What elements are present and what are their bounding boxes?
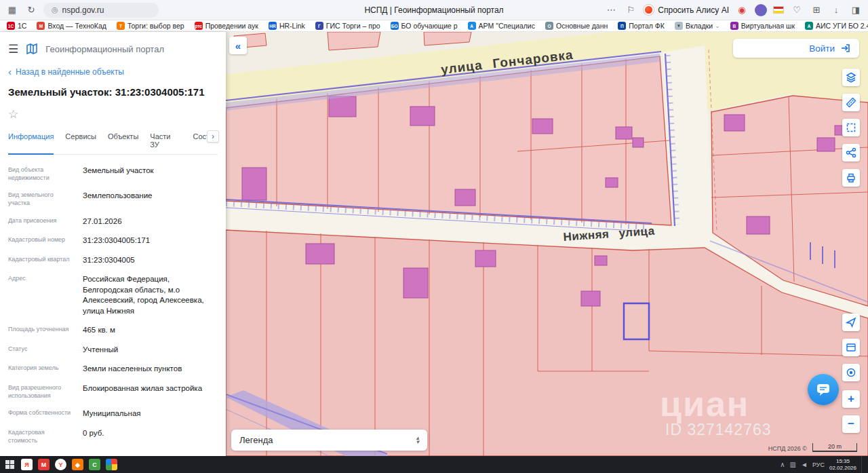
- bookmark-folder[interactable]: ▾Вкладки⌄: [675, 22, 720, 30]
- field-value: 0 руб.: [73, 428, 104, 444]
- ruler-button[interactable]: [842, 94, 860, 111]
- refresh-icon[interactable]: ↻: [24, 5, 38, 15]
- chevron-down-icon: ⌄: [715, 22, 720, 29]
- app-title: Геоинформационный портал: [45, 44, 164, 54]
- bookmark-item[interactable]: ААРМ "Специалис: [468, 22, 535, 30]
- chat-bubble-icon: [815, 381, 831, 398]
- tab-services[interactable]: Сервисы: [65, 132, 96, 149]
- zoom-out-button[interactable]: −: [842, 415, 860, 433]
- tabs-grid-icon[interactable]: ▦: [5, 5, 19, 15]
- favicon: Г: [315, 22, 323, 30]
- map-tools-top: [842, 69, 860, 187]
- layers-button[interactable]: [842, 69, 860, 86]
- favicon: M: [37, 22, 45, 30]
- map-tools-bottom: [842, 314, 860, 381]
- selected-parcel[interactable]: [624, 303, 649, 339]
- address-bar[interactable]: ◎ nspd.gov.ru: [43, 3, 159, 18]
- browser-tab-bar: ▦ ↻ ◎ nspd.gov.ru НСПД | Геоинформационн…: [0, 0, 868, 20]
- page-title: Земельный участок: 31:23:0304005:171: [8, 86, 218, 98]
- favicon: В: [730, 22, 738, 30]
- more-icon[interactable]: ⋯: [604, 5, 618, 15]
- legend-toggle[interactable]: Легенда ▴▾: [231, 430, 427, 451]
- collapse-panel-icon: «: [235, 40, 241, 52]
- field-row: Категория земельЗемли населенных пунктов: [8, 364, 218, 375]
- show-desktop-button[interactable]: [861, 456, 864, 473]
- bookmark-item[interactable]: ртсПроведении аук: [195, 22, 258, 30]
- alice-label: Спросить Алису AI: [658, 5, 729, 15]
- zoom-controls: + −: [842, 390, 860, 433]
- downloads-icon[interactable]: ↓: [829, 5, 843, 15]
- windows-logo-icon: [5, 460, 14, 469]
- bookmark-item[interactable]: БОБО обучающие р: [391, 22, 458, 30]
- collapse-panel-button[interactable]: «: [229, 37, 247, 54]
- favicon: Т: [117, 22, 125, 30]
- taskbar-app-yandex[interactable]: Я: [21, 459, 33, 470]
- taskbar-app-mail[interactable]: М: [38, 459, 50, 470]
- field-label: Дата присвоения: [8, 216, 73, 227]
- sidebar-toggle-icon[interactable]: ◨: [849, 5, 863, 15]
- taskbar-app-orange[interactable]: ◆: [72, 459, 83, 470]
- taskbar-app-grid[interactable]: [106, 459, 117, 470]
- bookmark-item[interactable]: ВВиртуальная шк: [730, 22, 795, 30]
- field-row: Кадастровый квартал31:23:0304005: [8, 255, 218, 266]
- locate-button[interactable]: [842, 314, 860, 331]
- taskbar-app-yandex-browser[interactable]: Y: [55, 459, 66, 470]
- login-button[interactable]: Войти: [733, 39, 859, 58]
- favorite-star-icon[interactable]: ☆: [8, 107, 218, 121]
- chat-button[interactable]: [808, 374, 839, 405]
- print-button[interactable]: [842, 169, 860, 187]
- bookmark-item[interactable]: ГГИС Торги – про: [315, 22, 380, 30]
- notifications-icon[interactable]: ◉: [735, 5, 749, 15]
- alice-icon: [644, 5, 654, 15]
- bookmark-item[interactable]: HRHR-Link: [269, 22, 305, 30]
- favorites-heart-icon[interactable]: ♡: [790, 5, 804, 15]
- object-search-button[interactable]: [842, 364, 860, 381]
- area-select-button[interactable]: [842, 119, 860, 136]
- tray-expand-icon[interactable]: ∧: [780, 461, 785, 468]
- zoom-in-button[interactable]: +: [842, 390, 860, 408]
- bookmark-item[interactable]: 1С1С: [7, 22, 26, 30]
- bookmark-flag-icon[interactable]: ⚐: [624, 5, 637, 15]
- bookmark-item[interactable]: ААИС УГИ БО 2.4.: [805, 22, 868, 30]
- volume-icon[interactable]: ◄: [801, 461, 808, 468]
- bookmark-item[interactable]: ППортал ФК: [618, 22, 665, 30]
- extensions-icon[interactable]: ⊞: [810, 5, 823, 15]
- bookmark-item[interactable]: ООсновные данн: [545, 22, 608, 30]
- field-value: Блокированная жилая застройка: [73, 383, 202, 400]
- field-label: Кадастровый квартал: [8, 255, 73, 266]
- avatar[interactable]: [755, 4, 767, 16]
- language-indicator[interactable]: РУС: [812, 461, 825, 468]
- back-link[interactable]: ‹ Назад в найденные объекты: [8, 67, 218, 77]
- tabs-scroll-right-icon[interactable]: ›: [207, 130, 219, 143]
- basemap-button[interactable]: [842, 339, 860, 356]
- field-value: Земли населенных пунктов: [73, 364, 182, 375]
- start-button[interactable]: [4, 459, 16, 470]
- favicon: А: [468, 22, 476, 30]
- share-button[interactable]: [842, 144, 860, 162]
- menu-icon[interactable]: ☰: [8, 42, 18, 56]
- target-circle-icon: [846, 367, 856, 378]
- favicon: ртс: [195, 22, 203, 30]
- layers-icon: [846, 72, 856, 83]
- field-row: Дата присвоения27.01.2026: [8, 216, 218, 227]
- clock[interactable]: 15:35 02.02.2026: [829, 458, 856, 472]
- alice-button[interactable]: Спросить Алису AI: [644, 5, 729, 15]
- nspd-logo-icon: [25, 42, 39, 56]
- cadastral-map[interactable]: улица Гончаровка Нижняя улица циан ID 32…: [226, 32, 868, 456]
- tabs: Информация Сервисы Объекты Части ЗУ Сост…: [8, 132, 218, 155]
- field-label: Вид разрешенного использования: [8, 383, 73, 400]
- favicon: HR: [269, 22, 277, 30]
- bookmark-item[interactable]: ТТорги: выбор вер: [117, 22, 184, 30]
- field-value: 31:23:0304005: [73, 255, 135, 266]
- bookmark-item[interactable]: MВход — ТехноКад: [37, 22, 106, 30]
- tab-parcel-parts[interactable]: Части ЗУ: [150, 132, 181, 149]
- tab-objects[interactable]: Объекты: [108, 132, 138, 149]
- taskbar-app-green[interactable]: С: [89, 459, 100, 470]
- flag-icon[interactable]: [773, 6, 784, 14]
- field-row: Площадь уточненная465 кв. м: [8, 325, 218, 336]
- map-container[interactable]: улица Гончаровка Нижняя улица циан ID 32…: [226, 32, 868, 456]
- network-icon[interactable]: ▥: [790, 461, 796, 468]
- field-label: Площадь уточненная: [8, 325, 73, 336]
- field-row: Кадастровая стоимость0 руб.: [8, 428, 218, 444]
- tab-information[interactable]: Информация: [8, 132, 54, 149]
